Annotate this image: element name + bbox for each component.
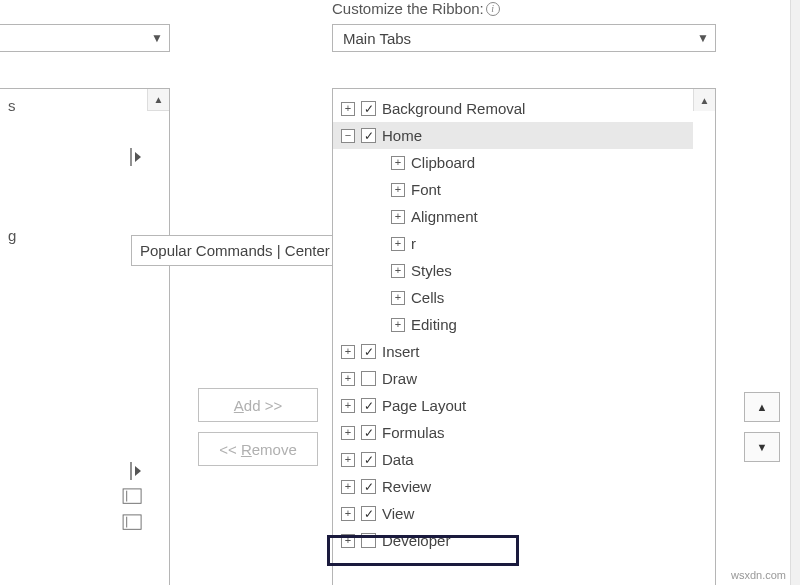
tree-item-label: Font <box>411 181 441 198</box>
scrollbar-track[interactable]: ▲ <box>693 89 715 585</box>
scroll-up-button[interactable]: ▲ <box>147 89 169 111</box>
tree-item-label: Editing <box>411 316 457 333</box>
customize-ribbon-text: Customize the Ribbon: <box>332 0 484 17</box>
info-icon[interactable]: i <box>486 2 500 16</box>
tree-item-developer[interactable]: +Developer <box>333 527 693 554</box>
expand-icon[interactable]: + <box>391 237 405 251</box>
list-item-label: g <box>8 227 16 244</box>
svg-rect-4 <box>123 489 141 503</box>
list-item[interactable]: g <box>8 223 136 248</box>
list-glyph-icon <box>122 487 150 507</box>
tree-item-label: Cells <box>411 289 444 306</box>
tree-item-formulas[interactable]: +✓Formulas <box>333 419 693 446</box>
expand-icon[interactable]: + <box>341 507 355 521</box>
checkbox[interactable] <box>361 533 376 548</box>
remove-button[interactable]: << Remove <box>198 432 318 466</box>
expand-icon[interactable]: + <box>391 291 405 305</box>
checkbox[interactable]: ✓ <box>361 344 376 359</box>
checkbox[interactable]: ✓ <box>361 452 376 467</box>
collapse-icon[interactable]: − <box>341 129 355 143</box>
list-item[interactable]: s <box>8 93 136 118</box>
checkbox[interactable] <box>361 371 376 386</box>
expand-icon[interactable]: + <box>341 426 355 440</box>
expand-icon[interactable]: + <box>341 534 355 548</box>
move-up-button[interactable]: ▲ <box>744 392 780 422</box>
tree-item-label: Alignment <box>411 208 478 225</box>
tree-item-label: Styles <box>411 262 452 279</box>
tree-item-label: Clipboard <box>411 154 475 171</box>
tree-item-label: Formulas <box>382 424 445 441</box>
submenu-arrow-icon <box>128 461 156 481</box>
customize-ribbon-value: Main Tabs <box>343 30 411 47</box>
expand-icon[interactable]: + <box>391 156 405 170</box>
submenu-arrow-icon <box>128 147 156 167</box>
choose-commands-combobox[interactable]: ▼ <box>0 24 170 52</box>
add-button[interactable]: Add >> <box>198 388 318 422</box>
expand-icon[interactable]: + <box>391 183 405 197</box>
tree-item-styles[interactable]: +Styles <box>333 257 693 284</box>
expand-icon[interactable]: + <box>341 480 355 494</box>
tree-item-draw[interactable]: +Draw <box>333 365 693 392</box>
tree-item-insert[interactable]: +✓Insert <box>333 338 693 365</box>
commands-listbox[interactable]: ▲ s g <box>0 88 170 585</box>
tree-item-label: View <box>382 505 414 522</box>
tree-item-label: Draw <box>382 370 417 387</box>
svg-marker-3 <box>135 466 141 476</box>
tree-item-review[interactable]: +✓Review <box>333 473 693 500</box>
expand-icon[interactable]: + <box>341 453 355 467</box>
tree-item-home[interactable]: −✓Home <box>333 122 693 149</box>
expand-icon[interactable]: + <box>341 399 355 413</box>
expand-icon[interactable]: + <box>341 345 355 359</box>
tree-item-label: r <box>411 235 416 252</box>
tree-item-view[interactable]: +✓View <box>333 500 693 527</box>
tree-item-label: Review <box>382 478 431 495</box>
svg-rect-6 <box>123 515 141 529</box>
ribbon-tree[interactable]: ▲ +✓Background Removal−✓Home+Clipboard+F… <box>332 88 716 585</box>
expand-icon[interactable]: + <box>341 372 355 386</box>
scroll-up-button[interactable]: ▲ <box>693 89 715 111</box>
tree-item-clipboard[interactable]: +Clipboard <box>333 149 693 176</box>
tree-item-label: Page Layout <box>382 397 466 414</box>
tree-item-editing[interactable]: +Editing <box>333 311 693 338</box>
button-label: Add >> <box>234 397 282 414</box>
tree-item-label: Home <box>382 127 422 144</box>
list-item-label: s <box>8 97 16 114</box>
tree-item-r[interactable]: +r <box>333 230 693 257</box>
customize-ribbon-combobox[interactable]: Main Tabs ▼ <box>332 24 716 52</box>
customize-ribbon-label: Customize the Ribbon: i <box>332 0 500 17</box>
chevron-down-icon: ▼ <box>151 31 163 45</box>
button-label: << Remove <box>219 441 297 458</box>
tree-item-page-layout[interactable]: +✓Page Layout <box>333 392 693 419</box>
tree-item-label: Background Removal <box>382 100 525 117</box>
checkbox[interactable]: ✓ <box>361 506 376 521</box>
checkbox[interactable]: ✓ <box>361 425 376 440</box>
tree-item-alignment[interactable]: +Alignment <box>333 203 693 230</box>
tree-item-label: Insert <box>382 343 420 360</box>
tree-item-data[interactable]: +✓Data <box>333 446 693 473</box>
tree-item-label: Data <box>382 451 414 468</box>
expand-icon[interactable]: + <box>391 318 405 332</box>
tree-item-cells[interactable]: +Cells <box>333 284 693 311</box>
expand-icon[interactable]: + <box>391 264 405 278</box>
checkbox[interactable]: ✓ <box>361 398 376 413</box>
tree-item-background-removal[interactable]: +✓Background Removal <box>333 95 693 122</box>
checkbox[interactable]: ✓ <box>361 479 376 494</box>
svg-marker-1 <box>135 152 141 162</box>
watermark-text: wsxdn.com <box>731 569 786 581</box>
checkbox[interactable]: ✓ <box>361 101 376 116</box>
expand-icon[interactable]: + <box>341 102 355 116</box>
chevron-down-icon: ▼ <box>697 31 709 45</box>
expand-icon[interactable]: + <box>391 210 405 224</box>
tree-item-font[interactable]: +Font <box>333 176 693 203</box>
tree-item-label: Developer <box>382 532 450 549</box>
checkbox[interactable]: ✓ <box>361 128 376 143</box>
move-down-button[interactable]: ▼ <box>744 432 780 462</box>
list-glyph-icon <box>122 513 150 533</box>
window-scrollbar[interactable] <box>790 0 800 585</box>
